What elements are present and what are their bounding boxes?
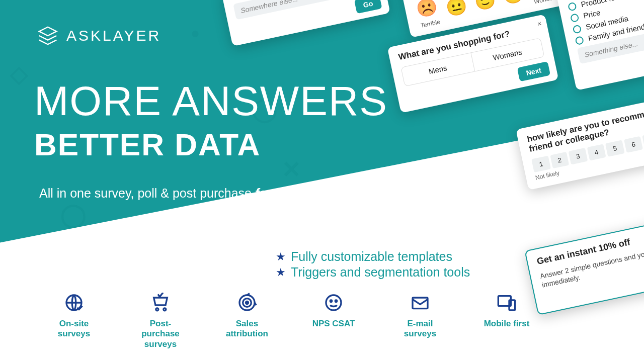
radio-icon[interactable] [575, 36, 584, 45]
mail-icon [409, 292, 431, 314]
next-button[interactable]: Next [517, 61, 550, 81]
globe-icon [63, 292, 85, 314]
subhead-plain: All in one survey, poll & post purchase [39, 186, 255, 200]
radio-icon[interactable] [572, 24, 582, 34]
star-icon: ★ [276, 266, 286, 279]
emoji-neutral[interactable]: 😐 [444, 0, 469, 19]
option-label: Price [583, 8, 601, 20]
radio-icon[interactable] [570, 13, 580, 23]
headline-line-1: MORE ANSWERS [34, 80, 388, 122]
feature-onsite: On-site surveys [46, 292, 102, 349]
nps-2[interactable]: 2 [550, 152, 569, 168]
nps-4[interactable]: 4 [587, 144, 606, 160]
hero-canvas: ◇ » ✕ ◯ • ◯ ASKLAYER MORE ANSWERS BETTER… [0, 0, 644, 362]
nps-1[interactable]: 1 [531, 156, 550, 172]
bullet-1: Fully customizable templates [291, 249, 452, 264]
nps-3[interactable]: 3 [569, 148, 588, 164]
emoji-good[interactable]: 😊 [501, 0, 526, 7]
feature-email: E-mail surveys [392, 292, 448, 349]
headline-block: MORE ANSWERS BETTER DATA [34, 80, 388, 162]
feature-label: NPS CSAT [312, 319, 355, 329]
bullet-list: ★Fully customizable templates ★Triggers … [276, 249, 470, 281]
svg-point-7 [330, 300, 332, 302]
svg-point-6 [326, 295, 341, 310]
nps-6[interactable]: 6 [624, 136, 643, 153]
svg-rect-9 [413, 298, 428, 309]
emoji-terrible[interactable]: ☹️Terrible [415, 0, 442, 30]
feature-label: E-mail surveys [392, 319, 448, 339]
svg-point-1 [156, 308, 158, 311]
layers-icon [36, 24, 59, 47]
feature-mobile: Mobile first [479, 292, 534, 349]
subheadline: All in one survey, poll & post purchase … [39, 186, 357, 201]
radio-icon[interactable] [568, 2, 577, 11]
survey-card-discount[interactable]: Get an instant 10% off Answer 2 simple q… [524, 213, 644, 315]
feature-label: Post-purchase surveys [133, 319, 188, 349]
feature-nps: NPS CSAT [306, 292, 361, 349]
headline-line-2: BETTER DATA [34, 127, 388, 162]
feature-label: On-site surveys [46, 319, 102, 339]
devices-icon [496, 292, 518, 314]
feature-label: Sales attribution [219, 319, 275, 339]
svg-point-2 [164, 308, 166, 311]
target-icon [236, 292, 258, 314]
smile-icon [323, 292, 345, 314]
emoji-ok[interactable]: 🙂 [472, 0, 497, 13]
feature-postpurchase: Post-purchase surveys [133, 292, 188, 349]
nps-7[interactable]: 7 [642, 132, 644, 149]
brand-name: ASKLAYER [66, 27, 161, 44]
svg-point-5 [246, 302, 249, 304]
feature-label: Mobile first [484, 319, 530, 329]
star-icon: ★ [276, 250, 286, 263]
svg-point-8 [335, 300, 337, 302]
feature-row: On-site surveys Post-purchase surveys Sa… [46, 292, 534, 349]
feature-sales: Sales attribution [219, 292, 275, 349]
emoji-wonderful[interactable]: 😄Wonderful [528, 0, 561, 5]
cart-check-icon [149, 292, 172, 314]
nps-5[interactable]: 5 [605, 140, 624, 156]
brand-logo: ASKLAYER [36, 24, 161, 47]
subhead-em: for professionals [255, 186, 357, 200]
bullet-2: Triggers and segmentation tools [291, 265, 470, 280]
go-button[interactable]: Go [354, 0, 382, 14]
